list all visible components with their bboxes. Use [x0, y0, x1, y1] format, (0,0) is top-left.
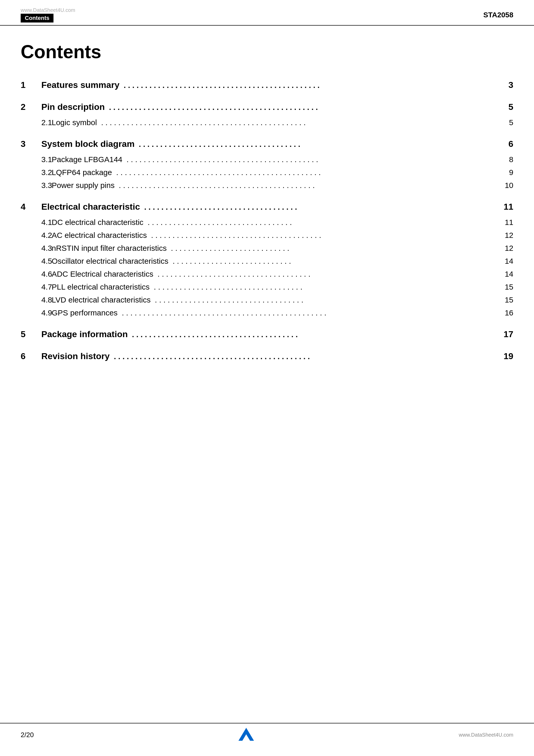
toc-dots: . . . . . . . . . . . . . . . . . . . . … — [120, 309, 496, 317]
toc-section-3: 3 System block diagram . . . . . . . . .… — [21, 137, 513, 192]
toc-section-4: 4 Electrical characteristic . . . . . . … — [21, 200, 513, 319]
section-label: Pin description . . . . . . . . . . . . … — [41, 102, 498, 112]
toc-dots: . . . . . . . . . . . . . . . . . . . . … — [116, 181, 496, 190]
toc-row: 1 Features summary . . . . . . . . . . .… — [21, 78, 513, 92]
toc-dots: . . . . . . . . . . . . . . . . . . . . … — [99, 118, 496, 127]
toc-page: 17 — [498, 329, 513, 339]
subsection-label: PLL electrical characteristics . . . . .… — [52, 283, 498, 291]
subsection-number: 3.3 — [21, 181, 52, 190]
toc-page: 12 — [498, 244, 513, 253]
toc-row: 4.8 LVD electrical characteristics . . .… — [21, 293, 513, 306]
toc-dots: . . . . . . . . . . . . . . . . . . . . … — [121, 81, 496, 90]
toc-row: 4.2 AC electrical characteristics . . . … — [21, 229, 513, 242]
toc-row: 2 Pin description . . . . . . . . . . . … — [21, 100, 513, 114]
subsection-label: LQFP64 package . . . . . . . . . . . . .… — [52, 168, 498, 177]
section-label: Electrical characteristic . . . . . . . … — [41, 202, 498, 212]
page-header: www.DataSheet4U.com Contents STA2058 — [0, 0, 534, 26]
header-watermark: www.DataSheet4U.com — [21, 7, 75, 13]
footer-page-number: 2/20 — [21, 728, 34, 739]
toc-section-5: 5 Package information . . . . . . . . . … — [21, 327, 513, 341]
toc-row: 4.6 ADC Electrical characteristics . . .… — [21, 268, 513, 281]
toc-dots: . . . . . . . . . . . . . . . . . . . . … — [152, 283, 496, 291]
toc-page: 10 — [498, 181, 513, 190]
toc-page: 6 — [498, 139, 513, 149]
toc-row: 3.1 Package LFBGA144 . . . . . . . . . .… — [21, 153, 513, 166]
subsection-number: 4.1 — [21, 218, 52, 227]
section-label: System block diagram . . . . . . . . . .… — [41, 139, 498, 149]
toc-page: 14 — [498, 270, 513, 279]
toc-page: 12 — [498, 231, 513, 240]
subsection-label: Power supply pins . . . . . . . . . . . … — [52, 181, 498, 190]
subsection-number: 4.7 — [21, 283, 52, 291]
subsection-label: Oscillator electrical characteristics . … — [52, 257, 498, 265]
toc-dots: . . . . . . . . . . . . . . . . . . . . … — [153, 296, 496, 304]
page-title: Contents — [21, 41, 513, 62]
toc-section-2: 2 Pin description . . . . . . . . . . . … — [21, 100, 513, 129]
toc-page: 14 — [498, 257, 513, 265]
section-number: 2 — [21, 102, 41, 112]
section-number: 5 — [21, 329, 41, 339]
section-number: 3 — [21, 139, 41, 149]
toc-dots: . . . . . . . . . . . . . . . . . . . . … — [155, 270, 496, 279]
toc-dots: . . . . . . . . . . . . . . . . . . . . … — [170, 257, 496, 265]
toc-page: 5 — [498, 102, 513, 112]
subsection-label: GPS performances . . . . . . . . . . . .… — [52, 309, 498, 317]
section-number: 4 — [21, 202, 41, 212]
toc-dots: . . . . . . . . . . . . . . . . . . . . … — [169, 244, 496, 253]
page-footer: 2/20 www.DataSheet4U.com — [0, 723, 534, 743]
subsection-label: Logic symbol . . . . . . . . . . . . . .… — [52, 118, 498, 127]
section-label: Revision history . . . . . . . . . . . .… — [41, 351, 498, 361]
toc-page: 3 — [498, 80, 513, 90]
toc-dots: . . . . . . . . . . . . . . . . . . . . … — [107, 103, 496, 112]
toc-page: 15 — [498, 283, 513, 291]
toc-page: 15 — [498, 296, 513, 304]
main-content: Contents 1 Features summary . . . . . . … — [0, 26, 534, 392]
toc-dots: . . . . . . . . . . . . . . . . . . . . … — [145, 218, 496, 227]
toc-row: 3.3 Power supply pins . . . . . . . . . … — [21, 179, 513, 192]
toc-page: 9 — [498, 168, 513, 177]
toc-page: 16 — [498, 309, 513, 317]
toc-section-1: 1 Features summary . . . . . . . . . . .… — [21, 78, 513, 92]
toc-dots: . . . . . . . . . . . . . . . . . . . . … — [142, 203, 496, 211]
subsection-label: AC electrical characteristics . . . . . … — [52, 231, 498, 240]
subsection-number: 3.2 — [21, 168, 52, 177]
toc-row: 4.7 PLL electrical characteristics . . .… — [21, 281, 513, 293]
toc-row: 6 Revision history . . . . . . . . . . .… — [21, 349, 513, 363]
toc-row: 3.2 LQFP64 package . . . . . . . . . . .… — [21, 166, 513, 179]
subsection-group: 2.1 Logic symbol . . . . . . . . . . . .… — [21, 116, 513, 129]
toc-page: 11 — [498, 202, 513, 212]
header-tab: Contents — [21, 14, 54, 22]
toc-dots: . . . . . . . . . . . . . . . . . . . . … — [124, 155, 496, 164]
toc-page: 19 — [498, 351, 513, 361]
toc-dots: . . . . . . . . . . . . . . . . . . . . … — [112, 352, 496, 361]
toc-section-6: 6 Revision history . . . . . . . . . . .… — [21, 349, 513, 363]
subsection-label: nRSTIN input filter characteristics . . … — [52, 244, 498, 253]
subsection-group: 4.1 DC electrical characteristic . . . .… — [21, 216, 513, 319]
section-label: Features summary . . . . . . . . . . . .… — [41, 80, 498, 90]
subsection-number: 2.1 — [21, 118, 52, 127]
toc-dots: . . . . . . . . . . . . . . . . . . . . … — [149, 231, 496, 240]
toc-row: 5 Package information . . . . . . . . . … — [21, 327, 513, 341]
subsection-label: Package LFBGA144 . . . . . . . . . . . .… — [52, 155, 498, 164]
header-chip-id: STA2058 — [483, 11, 513, 19]
toc-row: 4.5 Oscillator electrical characteristic… — [21, 255, 513, 268]
subsection-number: 4.5 — [21, 257, 52, 265]
toc-page: 8 — [498, 155, 513, 164]
toc-dots: . . . . . . . . . . . . . . . . . . . . … — [130, 330, 496, 339]
section-label: Package information . . . . . . . . . . … — [41, 329, 498, 339]
toc-dots: . . . . . . . . . . . . . . . . . . . . … — [114, 168, 496, 177]
subsection-number: 4.6 — [21, 270, 52, 279]
page-container: www.DataSheet4U.com Contents STA2058 Con… — [0, 0, 534, 756]
subsection-number: 4.9 — [21, 309, 52, 317]
subsection-number: 4.2 — [21, 231, 52, 240]
st-logo — [236, 723, 257, 743]
toc-dots: . . . . . . . . . . . . . . . . . . . . … — [137, 140, 496, 149]
toc-row: 4.1 DC electrical characteristic . . . .… — [21, 216, 513, 229]
toc-row: 4.9 GPS performances . . . . . . . . . .… — [21, 306, 513, 319]
subsection-label: LVD electrical characteristics . . . . .… — [52, 296, 498, 304]
subsection-number: 4.8 — [21, 296, 52, 304]
header-left: www.DataSheet4U.com Contents — [21, 7, 75, 22]
toc-row: 3 System block diagram . . . . . . . . .… — [21, 137, 513, 151]
footer-watermark: www.DataSheet4U.com — [459, 729, 513, 738]
subsection-number: 3.1 — [21, 155, 52, 164]
